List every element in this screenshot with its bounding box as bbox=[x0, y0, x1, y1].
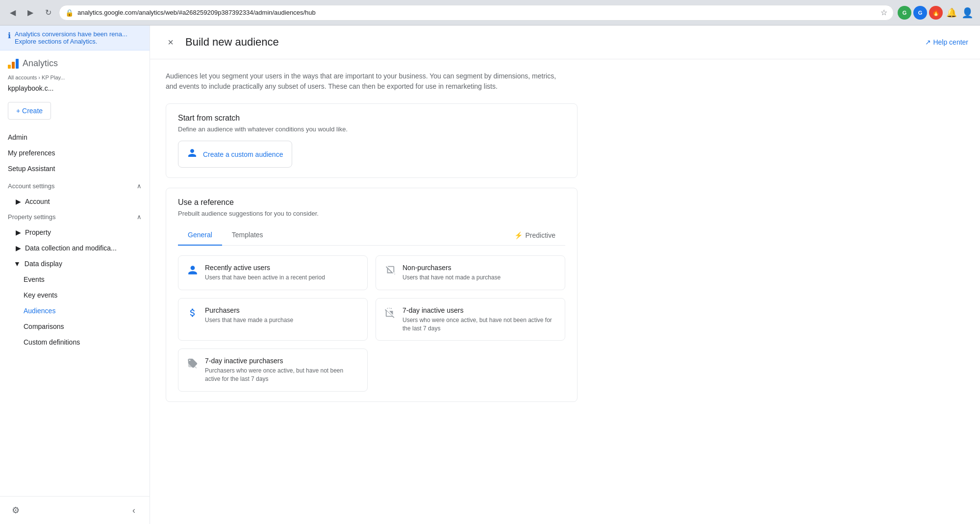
help-center-label: Help center bbox=[933, 38, 968, 46]
settings-icon-button[interactable]: ⚙ bbox=[8, 502, 24, 518]
property-settings-header[interactable]: Property settings ∧ bbox=[0, 209, 150, 225]
7day-inactive-content: 7-day inactive users Users who were once… bbox=[402, 306, 556, 333]
tab-general-label: General bbox=[188, 231, 212, 239]
browser-extensions: G G 🔥 🔔 👤 bbox=[898, 6, 974, 20]
lock-icon: 🔒 bbox=[65, 9, 74, 17]
property-settings-label: Property settings bbox=[8, 213, 56, 221]
audience-card-recently-active[interactable]: Recently active users Users that have be… bbox=[178, 255, 368, 290]
main-area: × Build new audience ↗ Help center Audie… bbox=[150, 25, 980, 524]
reference-tabs: General Templates ⚡ Predictive bbox=[178, 225, 565, 246]
use-reference-subtitle: Prebuilt audience suggestions for you to… bbox=[178, 210, 565, 217]
use-reference-title: Use a reference bbox=[178, 198, 565, 207]
7day-inactive-icon bbox=[385, 307, 396, 321]
sidebar-item-audiences[interactable]: Audiences bbox=[0, 303, 150, 319]
logo-bar-2 bbox=[12, 62, 15, 69]
property-chevron-icon: ▶ bbox=[16, 228, 21, 236]
sidebar-item-data-display-header[interactable]: ▼ Data display bbox=[0, 256, 150, 272]
panel-header: × Build new audience ↗ Help center bbox=[150, 25, 980, 59]
audience-card-purchasers[interactable]: Purchasers Users that have made a purcha… bbox=[178, 298, 368, 341]
7day-inactive-purchasers-title: 7-day inactive purchasers bbox=[205, 357, 358, 365]
non-purchasers-desc: Users that have not made a purchase bbox=[402, 274, 501, 282]
sidebar-header: Analytics bbox=[0, 50, 150, 73]
top-nav-section: Admin My preferences Setup Assistant bbox=[0, 127, 150, 178]
purchasers-desc: Users that have made a purchase bbox=[205, 316, 293, 324]
external-link-icon: ↗ bbox=[925, 38, 931, 46]
purchasers-content: Purchasers Users that have made a purcha… bbox=[205, 306, 293, 324]
back-button[interactable]: ◀ bbox=[6, 6, 20, 20]
logo-bar-1 bbox=[8, 65, 11, 69]
account-label: Account bbox=[25, 198, 50, 205]
sidebar-item-comparisons[interactable]: Comparisons bbox=[0, 319, 150, 334]
info-icon: ℹ bbox=[8, 31, 11, 40]
logo-bar-3 bbox=[16, 59, 19, 69]
analytics-logo: Analytics bbox=[8, 58, 58, 69]
logo-bars bbox=[8, 59, 19, 69]
reload-button[interactable]: ↻ bbox=[41, 6, 55, 20]
panel-title: Build new audience bbox=[185, 36, 279, 49]
audience-grid: Recently active users Users that have be… bbox=[178, 255, 565, 341]
audience-card-7day-inactive[interactable]: 7-day inactive users Users who were once… bbox=[376, 298, 565, 341]
7day-inactive-purchasers-wrapper: 7-day inactive purchasers Purchasers who… bbox=[178, 349, 565, 392]
sidebar-item-events[interactable]: Events bbox=[0, 272, 150, 287]
data-collection-label: Data collection and modifica... bbox=[25, 244, 117, 252]
breadcrumb-text: All accounts › KP Play... bbox=[8, 75, 65, 80]
setup-label: Setup Assistant bbox=[8, 165, 55, 173]
chevron-right-icon: ▶ bbox=[16, 198, 21, 205]
help-center-link[interactable]: ↗ Help center bbox=[925, 38, 968, 46]
account-settings-collapse-icon: ∧ bbox=[137, 182, 142, 190]
tab-predictive[interactable]: ⚡ Predictive bbox=[504, 225, 565, 245]
sidebar-item-data-collection[interactable]: ▶ Data collection and modifica... bbox=[0, 240, 150, 256]
custom-definitions-label: Custom definitions bbox=[24, 338, 80, 346]
browser-chrome: ◀ ▶ ↻ 🔒 analytics.google.com/analytics/w… bbox=[0, 0, 980, 25]
sidebar-item-key-events[interactable]: Key events bbox=[0, 287, 150, 303]
create-custom-audience-button[interactable]: Create a custom audience bbox=[178, 141, 292, 168]
data-display-chevron-icon: ▼ bbox=[14, 260, 21, 268]
forward-button[interactable]: ▶ bbox=[24, 6, 37, 20]
create-button[interactable]: + Create bbox=[8, 102, 51, 120]
7day-inactive-desc: Users who were once active, but have not… bbox=[402, 316, 556, 333]
ext-icon-3[interactable]: 🔥 bbox=[929, 6, 943, 20]
ext-icon-4[interactable]: 🔔 bbox=[945, 6, 958, 20]
audience-card-7day-inactive-purchasers[interactable]: 7-day inactive purchasers Purchasers who… bbox=[178, 349, 368, 392]
start-from-scratch-title: Start from scratch bbox=[178, 114, 565, 123]
close-icon: × bbox=[168, 37, 174, 48]
tab-templates[interactable]: Templates bbox=[222, 225, 273, 246]
ext-icon-2[interactable]: G bbox=[913, 6, 927, 20]
ext-icon-1[interactable]: G bbox=[898, 6, 911, 20]
preferences-label: My preferences bbox=[8, 149, 55, 157]
build-audience-panel: × Build new audience ↗ Help center Audie… bbox=[150, 25, 980, 524]
recently-active-title: Recently active users bbox=[205, 264, 325, 272]
panel-body: Audiences let you segment your users in … bbox=[150, 59, 980, 524]
account-settings-label: Account settings bbox=[8, 182, 54, 190]
sidebar-item-setup[interactable]: Setup Assistant bbox=[0, 161, 150, 176]
panel-close-button[interactable]: × bbox=[162, 33, 179, 51]
data-collection-chevron-icon: ▶ bbox=[16, 244, 21, 252]
address-bar[interactable]: 🔒 analytics.google.com/analytics/web/#a2… bbox=[59, 5, 894, 21]
sidebar-item-admin[interactable]: Admin bbox=[0, 129, 150, 145]
app-layout: ℹ Analytics conversions have been rena..… bbox=[0, 25, 980, 524]
7day-inactive-purchasers-desc: Purchasers who were once active, but hav… bbox=[205, 367, 358, 383]
audience-card-non-purchasers[interactable]: Non-purchasers Users that have not made … bbox=[376, 255, 565, 290]
non-purchasers-title: Non-purchasers bbox=[402, 264, 501, 272]
7day-inactive-title: 7-day inactive users bbox=[402, 306, 556, 314]
tab-general[interactable]: General bbox=[178, 225, 222, 246]
sidebar-item-account[interactable]: ▶ Account bbox=[0, 194, 150, 209]
sidebar-item-preferences[interactable]: My preferences bbox=[0, 145, 150, 161]
custom-audience-icon bbox=[187, 148, 197, 160]
profile-icon[interactable]: 👤 bbox=[960, 6, 974, 20]
7day-inactive-purchasers-icon bbox=[187, 358, 198, 371]
sidebar-item-property[interactable]: ▶ Property bbox=[0, 225, 150, 240]
panel-description: Audiences let you segment your users in … bbox=[166, 71, 568, 92]
info-banner-text: Analytics conversions have been rena... … bbox=[15, 30, 142, 45]
sidebar-bottom: ⚙ ‹ bbox=[0, 496, 150, 524]
collapse-sidebar-button[interactable]: ‹ bbox=[126, 502, 142, 518]
property-settings-collapse-icon: ∧ bbox=[137, 213, 142, 221]
7day-inactive-purchasers-content: 7-day inactive purchasers Purchasers who… bbox=[205, 357, 358, 383]
sidebar-item-custom-definitions[interactable]: Custom definitions bbox=[0, 334, 150, 350]
events-label: Events bbox=[24, 275, 45, 283]
property-name[interactable]: kpplaybook.c... bbox=[0, 84, 150, 98]
admin-label: Admin bbox=[8, 133, 27, 141]
start-from-scratch-subtitle: Define an audience with whatever conditi… bbox=[178, 125, 565, 133]
account-settings-header[interactable]: Account settings ∧ bbox=[0, 178, 150, 194]
star-icon[interactable]: ☆ bbox=[880, 8, 887, 17]
